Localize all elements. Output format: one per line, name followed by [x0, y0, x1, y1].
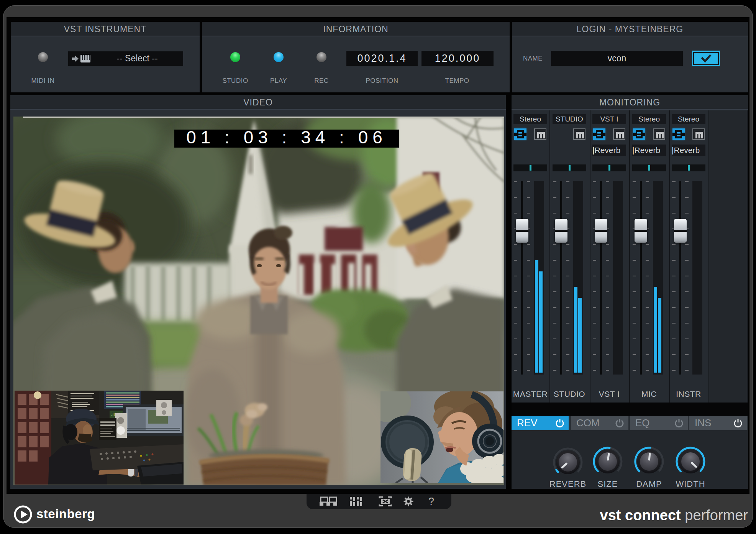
svg-text:01 : 03 : 34 : 06: 01 : 03 : 34 : 06 — [186, 127, 387, 147]
svg-text:?: ? — [428, 496, 434, 507]
